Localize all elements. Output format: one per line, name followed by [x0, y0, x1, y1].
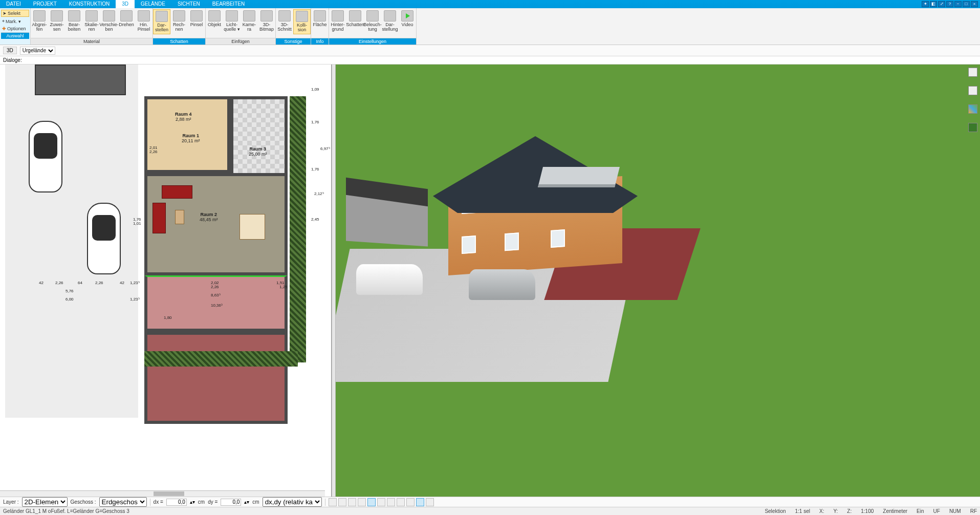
viewport-3d[interactable] — [336, 65, 980, 497]
materials-icon[interactable] — [968, 104, 977, 114]
ribbon-group: Abgrei-fenZuwei-senBear-beitenSkalie-ren… — [31, 8, 153, 45]
ribbon-button[interactable]: 3D-Schnitt — [276, 9, 293, 33]
select-button[interactable]: ➤ Selekt — [1, 10, 29, 17]
ribbon-button[interactable]: Licht-quelle ▾ — [223, 9, 241, 33]
snap-icon[interactable] — [406, 498, 415, 506]
viewport-2d[interactable]: Raum 42,88 m²Raum 120,11 m²Raum 325,00 m… — [0, 65, 332, 497]
dimension-label: 2,26 — [95, 281, 103, 285]
window-3d — [505, 232, 519, 251]
ribbon-button[interactable]: Kolli-sion — [293, 9, 311, 34]
ico-brush-icon — [33, 10, 46, 22]
ribbon-button[interactable]: Kame-ra — [241, 9, 258, 33]
ico-cube-icon — [332, 10, 344, 22]
window-3d — [551, 229, 565, 248]
menu-tab-gelaende[interactable]: GELÄNDE — [135, 0, 171, 8]
room-label: Raum 42,88 m² — [175, 112, 192, 122]
grid-icon[interactable] — [397, 498, 405, 506]
layer-select[interactable]: Urgelände — [20, 47, 55, 55]
dy-input[interactable] — [221, 499, 241, 506]
sofa-2d — [162, 185, 192, 199]
north-icon[interactable] — [416, 498, 424, 506]
layer-dropdown[interactable]: 2D-Elemen — [22, 497, 68, 507]
dimension-label: 2,12⁵ — [314, 191, 324, 196]
titlebar-icon[interactable]: ⤢ — [938, 1, 945, 7]
scrollbar-horizontal[interactable] — [0, 490, 325, 497]
dx-label: dx = — [154, 499, 163, 505]
options-button[interactable]: ✚ Optionen — [1, 26, 29, 32]
menu-tab-projekt[interactable]: PROJEKT — [27, 0, 63, 8]
layers-icon[interactable] — [377, 498, 385, 506]
ribbon-group: FlächeInfo — [311, 8, 329, 45]
ribbon-button[interactable]: Abgrei-fen — [31, 9, 48, 33]
maximize-button[interactable]: □ — [963, 1, 970, 7]
clock-icon[interactable] — [329, 498, 337, 506]
dimension-label: 6,00 — [66, 297, 74, 302]
status-selection-text: Geländer GL1_1 M oFußef. L=Geländer G=Ge… — [3, 508, 129, 514]
ribbon-label: grund — [332, 27, 343, 32]
ribbon-group: ObjektLicht-quelle ▾Kame-ra3D-BitmapEinf… — [206, 8, 276, 45]
group-label: Sonstige — [276, 38, 311, 45]
ribbon-button[interactable]: Dar-stellung — [381, 9, 399, 33]
ribbon-button[interactable]: Pinsel — [188, 9, 205, 28]
tree-icon[interactable] — [968, 123, 977, 132]
dx-input[interactable] — [166, 499, 187, 506]
room-2 — [144, 173, 288, 275]
menu-tab-sichten[interactable]: SICHTEN — [171, 0, 206, 8]
mark-dropdown[interactable]: ⌖ Mark. ▾ — [1, 18, 29, 25]
group-label-auswahl: Auswahl — [1, 32, 29, 39]
ribbon-button[interactable]: Drehen — [118, 9, 135, 28]
status-rf: RF — [970, 508, 977, 514]
ribbon-button[interactable]: Beleuch-tung — [364, 9, 381, 33]
ribbon-button[interactable]: Bear-beiten — [66, 9, 83, 33]
ribbon-label: ben — [105, 27, 113, 32]
menu-tab-datei[interactable]: DATEI — [0, 0, 27, 8]
stepper-icon[interactable]: ▴▾ — [190, 499, 195, 505]
minimize-button[interactable]: − — [954, 1, 962, 7]
coord-mode-select[interactable]: dx,dy (relativ ka — [263, 497, 322, 507]
stepper-icon[interactable]: ▴▾ — [244, 499, 249, 505]
ribbon-button[interactable]: 3D-Bitmap — [258, 9, 275, 33]
ribbon-button[interactable]: Video — [399, 9, 416, 28]
help-icon[interactable]: ? — [946, 1, 953, 7]
ribbon-button[interactable]: Schatten — [346, 9, 364, 28]
dimension-label: 6,97⁵ — [320, 146, 330, 151]
group-label: Einfügen — [206, 38, 275, 45]
ribbon-button[interactable]: Rech-nen — [170, 9, 188, 33]
layers-icon[interactable] — [968, 68, 977, 77]
cube-icon[interactable] — [387, 498, 395, 506]
menu-tab-bearbeiten[interactable]: BEARBEITEN — [206, 0, 251, 8]
menu-tab-3d[interactable]: 3D — [116, 0, 135, 8]
ribbon-button[interactable]: Fläche — [311, 9, 329, 28]
geschoss-dropdown[interactable]: Erdgeschos — [99, 497, 147, 507]
furniture-icon[interactable] — [968, 86, 977, 95]
unit-label: cm — [252, 499, 259, 505]
ribbon-button[interactable]: Skalie-ren — [83, 9, 100, 33]
ribbon-label: Schatten — [346, 23, 364, 27]
screen-icon[interactable] — [338, 498, 346, 506]
ribbon-label: fen — [36, 27, 43, 32]
room-label: Raum 120,11 m² — [182, 133, 200, 143]
geschoss-label: Geschoss : — [71, 499, 96, 505]
ribbon-button[interactable]: Dar-stellen — [153, 9, 170, 34]
hedge-2d — [290, 96, 306, 362]
wand-icon[interactable] — [358, 498, 366, 506]
splitter[interactable] — [332, 65, 336, 497]
garage-3d — [346, 195, 428, 246]
info-icon[interactable] — [426, 498, 434, 506]
ribbon-button[interactable]: Zuwei-sen — [48, 9, 66, 33]
ribbon-button[interactable]: Hin.Pinsel — [135, 9, 153, 33]
titlebar-icon[interactable]: ✦ — [922, 1, 929, 7]
ico-brush-icon — [51, 10, 63, 22]
ico-move-icon — [103, 10, 115, 22]
ribbon-button[interactable]: Objekt — [206, 9, 223, 28]
lock-icon[interactable] — [348, 498, 356, 506]
roof-icon[interactable] — [367, 498, 376, 506]
titlebar-icon[interactable]: ◧ — [930, 1, 937, 7]
status-num: NUM — [949, 508, 961, 514]
close-button[interactable]: × — [971, 1, 978, 7]
group-label: Schatten — [153, 38, 205, 45]
scrollbar-thumb[interactable] — [154, 491, 184, 496]
ribbon-button[interactable]: Verschie-ben — [100, 9, 118, 33]
menu-tab-konstruktion[interactable]: KONSTRUKTION — [63, 0, 116, 8]
ribbon-button[interactable]: Hinter-grund — [329, 9, 346, 33]
